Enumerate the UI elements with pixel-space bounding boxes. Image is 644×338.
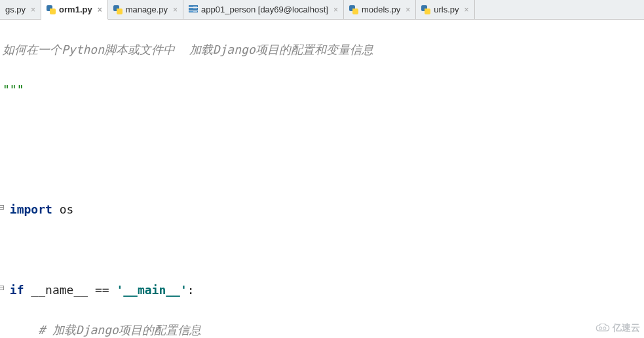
colon: :	[187, 283, 195, 297]
close-icon[interactable]: ×	[98, 5, 102, 14]
tab-label: models.py	[362, 5, 400, 14]
tab-models-py[interactable]: models.py ×	[344, 0, 416, 19]
keyword-import: import	[10, 202, 52, 216]
tab-app01-person-db[interactable]: app01_person [day69@localhost] ×	[183, 0, 344, 19]
code-editor[interactable]: 如何在一个Python脚本或文件中 加载Django项目的配置和变量信息 """…	[0, 20, 644, 338]
docstring-text: 如何在一个Python脚本或文件中 加载Django项目的配置和变量信息	[3, 43, 373, 56]
tab-label: gs.py	[5, 5, 26, 14]
python-file-icon	[421, 5, 430, 14]
code-text: __name__ ==	[24, 283, 117, 297]
close-icon[interactable]: ×	[333, 5, 338, 14]
cloud-logo-icon	[596, 324, 610, 333]
python-file-icon	[113, 5, 123, 14]
fold-indicator-icon[interactable]: ⊟	[0, 200, 4, 216]
close-icon[interactable]: ×	[31, 5, 35, 14]
tab-label: urls.py	[434, 5, 459, 14]
tab-orm1-py[interactable]: orm1.py ×	[41, 0, 108, 20]
tab-manage-py[interactable]: manage.py ×	[108, 0, 183, 19]
keyword-if: if	[10, 283, 24, 297]
fold-indicator-icon[interactable]: ⊟	[0, 280, 4, 296]
database-table-icon	[189, 5, 198, 14]
python-file-icon	[349, 5, 358, 14]
watermark: 亿速云	[596, 322, 640, 334]
code-text: os	[52, 202, 74, 216]
tab-label: manage.py	[126, 5, 168, 14]
tab-label: orm1.py	[59, 5, 92, 14]
string-literal: '__main__'	[116, 283, 187, 297]
docstring-end: """	[3, 83, 24, 96]
svg-point-1	[603, 327, 606, 329]
close-icon[interactable]: ×	[173, 5, 178, 14]
tab-gs-py[interactable]: gs.py ×	[0, 0, 41, 19]
tab-urls-py[interactable]: urls.py ×	[416, 0, 474, 19]
comment-text: # 加载Django项目的配置信息	[38, 323, 201, 337]
editor-tab-bar: gs.py × orm1.py × manage.py × app01_pers…	[0, 0, 644, 20]
tab-label: app01_person [day69@localhost]	[201, 5, 328, 14]
close-icon[interactable]: ×	[464, 5, 469, 14]
close-icon[interactable]: ×	[406, 5, 410, 14]
python-file-icon	[47, 5, 56, 14]
svg-point-0	[599, 327, 602, 329]
watermark-text: 亿速云	[613, 322, 640, 334]
